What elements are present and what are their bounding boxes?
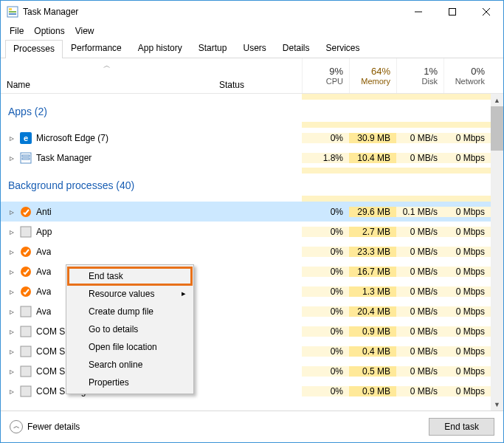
cell-cpu: 0% xyxy=(302,326,349,337)
expand-icon[interactable]: ▹ xyxy=(8,153,15,163)
tab-services[interactable]: Services xyxy=(318,39,368,58)
expand-icon[interactable]: ▹ xyxy=(8,207,15,217)
svg-rect-10 xyxy=(22,158,30,159)
process-name: Microsoft Edge (7) xyxy=(36,133,108,143)
cell-network: 0 Mbps xyxy=(443,366,491,377)
cell-network: 0 Mbps xyxy=(443,386,491,396)
group-apps: Apps (2) xyxy=(1,100,491,122)
cell-memory: 2.7 MB xyxy=(349,227,396,237)
cell-cpu: 0% xyxy=(302,247,349,257)
cell-network: 0 Mbps xyxy=(443,286,491,297)
context-resource-values[interactable]: Resource values xyxy=(68,285,192,303)
scroll-up-icon[interactable]: ▲ xyxy=(491,94,503,106)
process-icon xyxy=(20,246,32,258)
cell-disk: 0 MB/s xyxy=(396,153,443,163)
expand-icon[interactable]: ▹ xyxy=(8,326,15,337)
table-row[interactable]: ▹eMicrosoft Edge (7) 0% 30.9 MB 0 MB/s 0… xyxy=(1,128,491,148)
table-row[interactable]: ▹Task Manager 1.8% 10.4 MB 0 MB/s 0 Mbps xyxy=(1,148,491,168)
cell-memory: 23.3 MB xyxy=(349,247,396,257)
expand-icon[interactable]: ▹ xyxy=(8,227,15,237)
column-name[interactable]: ︿ Name xyxy=(1,58,213,93)
expand-icon[interactable]: ▹ xyxy=(8,306,15,317)
tab-users[interactable]: Users xyxy=(235,39,274,58)
process-icon xyxy=(20,206,32,218)
cell-network: 0 Mbps xyxy=(443,267,491,277)
table-row[interactable]: ▹App 0% 2.7 MB 0 MB/s 0 Mbps xyxy=(1,222,491,241)
context-properties[interactable]: Properties xyxy=(68,374,192,391)
process-icon xyxy=(20,326,32,337)
table-row[interactable]: ▹Ava 0% 23.3 MB 0 MB/s 0 Mbps xyxy=(1,241,491,261)
expand-icon[interactable]: ▹ xyxy=(8,286,15,297)
cell-network: 0 Mbps xyxy=(443,227,491,237)
disk-label: Disk xyxy=(422,77,438,86)
close-button[interactable] xyxy=(469,1,503,23)
process-icon xyxy=(20,365,32,377)
footer: ︿ Fewer details End task xyxy=(1,411,503,442)
process-name: App xyxy=(36,227,52,237)
process-name: Ava xyxy=(36,267,51,277)
expand-icon[interactable]: ▹ xyxy=(8,247,15,257)
process-icon xyxy=(20,385,32,397)
tab-details[interactable]: Details xyxy=(275,39,318,58)
cell-cpu: 0% xyxy=(302,286,349,297)
cell-network: 0 Mbps xyxy=(443,207,491,217)
context-open-file-location[interactable]: Open file location xyxy=(68,338,192,356)
context-go-to-details[interactable]: Go to details xyxy=(68,320,192,338)
column-cpu[interactable]: 9%CPU xyxy=(302,58,349,93)
tab-startup[interactable]: Startup xyxy=(190,39,235,58)
tab-app-history[interactable]: App history xyxy=(130,39,190,58)
expand-icon[interactable]: ▹ xyxy=(8,133,15,143)
maximize-button[interactable] xyxy=(435,1,469,23)
menu-file[interactable]: File xyxy=(5,24,28,38)
columns-header: ︿ Name Status 9%CPU 64%Memory 1%Disk 0%N… xyxy=(1,58,503,94)
process-icon xyxy=(20,346,32,357)
cell-cpu: 0% xyxy=(302,227,349,237)
svg-rect-5 xyxy=(449,9,456,16)
cell-disk: 0 MB/s xyxy=(396,133,443,143)
cell-disk: 0 MB/s xyxy=(396,346,443,357)
titlebar: Task Manager xyxy=(1,1,503,23)
cell-disk: 0 MB/s xyxy=(396,386,443,396)
column-memory[interactable]: 64%Memory xyxy=(349,58,396,93)
process-name: Anti xyxy=(36,207,52,217)
cell-network: 0 Mbps xyxy=(443,153,491,163)
scroll-down-icon[interactable]: ▼ xyxy=(491,398,503,411)
fewer-details-button[interactable]: ︿ Fewer details xyxy=(10,420,80,433)
cell-disk: 0.1 MB/s xyxy=(396,207,443,217)
menu-view[interactable]: View xyxy=(71,24,99,38)
disk-pct: 1% xyxy=(424,66,438,77)
cell-memory: 20.4 MB xyxy=(349,306,396,317)
expand-icon[interactable]: ▹ xyxy=(8,366,15,377)
column-network[interactable]: 0%Network xyxy=(443,58,491,93)
process-name: Ava xyxy=(36,247,51,257)
column-status-label: Status xyxy=(219,80,244,90)
end-task-button[interactable]: End task xyxy=(429,418,494,436)
expand-icon[interactable]: ▹ xyxy=(8,267,15,277)
tab-processes[interactable]: Processes xyxy=(5,40,63,58)
column-name-label: Name xyxy=(7,80,207,90)
menu-options[interactable]: Options xyxy=(30,24,69,38)
process-name: Ava xyxy=(36,306,51,317)
memory-pct: 64% xyxy=(371,66,390,77)
expand-icon[interactable]: ▹ xyxy=(8,386,15,396)
column-status[interactable]: Status xyxy=(213,58,302,93)
expand-icon[interactable]: ▹ xyxy=(8,346,15,357)
context-search-online[interactable]: Search online xyxy=(68,356,192,374)
tab-performance[interactable]: Performance xyxy=(63,39,130,58)
svg-rect-1 xyxy=(9,8,12,10)
scroll-thumb[interactable] xyxy=(491,106,503,151)
cell-disk: 0 MB/s xyxy=(396,267,443,277)
minimize-button[interactable] xyxy=(401,1,435,23)
context-create-dump[interactable]: Create dump file xyxy=(68,303,192,320)
sort-indicator-icon: ︿ xyxy=(103,61,111,71)
column-disk[interactable]: 1%Disk xyxy=(396,58,443,93)
table-row[interactable]: ▹Anti 0% 29.6 MB 0.1 MB/s 0 Mbps xyxy=(1,202,491,222)
vertical-scrollbar[interactable]: ▲ ▼ xyxy=(491,94,503,411)
network-label: Network xyxy=(455,77,485,86)
memory-label: Memory xyxy=(361,77,390,86)
cell-memory: 0.4 MB xyxy=(349,346,396,357)
context-end-task[interactable]: End task xyxy=(68,267,192,285)
svg-rect-2 xyxy=(9,11,16,13)
cell-memory: 0.9 MB xyxy=(349,386,396,396)
cell-memory: 0.9 MB xyxy=(349,326,396,337)
